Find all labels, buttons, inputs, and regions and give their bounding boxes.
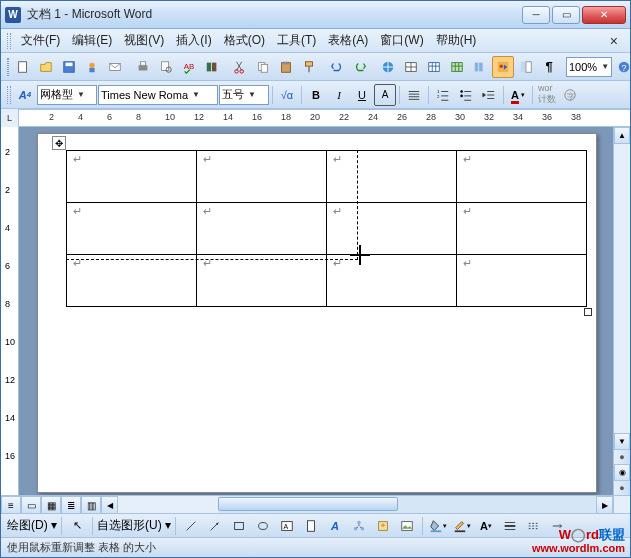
autoshapes-menu[interactable]: 自选图形(U) ▾ [97,517,171,534]
new-doc-button[interactable] [12,56,34,78]
browse-next-button[interactable]: ● [614,481,630,495]
italic-button[interactable]: I [328,84,350,106]
page[interactable]: ✥ ↵↵↵↵ ↵↵↵↵ ↵↵↵↵ [37,133,597,493]
menu-grip[interactable] [7,33,11,49]
wordart-button[interactable]: A [324,515,346,537]
oval-button[interactable] [252,515,274,537]
toolbar-grip-2[interactable] [7,86,11,104]
numbering-button[interactable]: 12 [432,84,454,106]
table-cell[interactable]: ↵ [327,203,457,255]
doc-map-button[interactable] [515,56,537,78]
cut-button[interactable] [229,56,251,78]
table-cell[interactable]: ↵ [457,203,587,255]
save-button[interactable] [58,56,80,78]
table-cell[interactable]: ↵ [327,255,457,307]
browse-prev-button[interactable]: ● [614,450,630,464]
menu-view[interactable]: 视图(V) [118,30,170,51]
draw-menu[interactable]: 绘图(D) ▾ [7,517,57,534]
picture-button[interactable] [396,515,418,537]
drawing-button[interactable] [492,56,514,78]
help-button[interactable]: ? [613,56,631,78]
hscroll-left-button[interactable]: ◀ [101,496,118,514]
enclose-char-button[interactable]: 字 [559,84,581,106]
menu-insert[interactable]: 插入(I) [170,30,217,51]
format-painter-button[interactable] [298,56,320,78]
menu-window[interactable]: 窗口(W) [374,30,429,51]
menu-help[interactable]: 帮助(H) [430,30,483,51]
align-distributed-button[interactable] [403,84,425,106]
redo-button[interactable] [349,56,371,78]
underline-button[interactable]: U [351,84,373,106]
print-preview-button[interactable] [155,56,177,78]
table-cell[interactable]: ↵ [457,151,587,203]
line-button[interactable] [180,515,202,537]
spellcheck-button[interactable]: AB [178,56,200,78]
document-pane[interactable]: ✥ ↵↵↵↵ ↵↵↵↵ ↵↵↵↵ [19,127,613,495]
outline-view-button[interactable]: ≣ [61,496,81,514]
columns-button[interactable] [469,56,491,78]
maximize-button[interactable]: ▭ [552,6,580,24]
insert-table-button[interactable] [423,56,445,78]
table-move-handle[interactable]: ✥ [52,136,66,150]
scroll-up-button[interactable]: ▲ [614,127,630,144]
fill-color-button[interactable]: ▾ [427,515,449,537]
zoom-combo[interactable]: 100%▼ [566,57,612,77]
vtextbox-button[interactable] [300,515,322,537]
table-cell[interactable]: ↵ [197,203,327,255]
vertical-scrollbar[interactable]: ▲ ▼ ● ◉ ● [613,127,630,495]
web-view-button[interactable]: ▭ [21,496,41,514]
menu-edit[interactable]: 编辑(E) [66,30,118,51]
line-style-button[interactable] [499,515,521,537]
hscroll-thumb[interactable] [218,497,398,511]
menu-format[interactable]: 格式(O) [218,30,271,51]
open-button[interactable] [35,56,57,78]
minimize-button[interactable]: ─ [522,6,550,24]
doc-close-button[interactable]: × [604,33,624,49]
menu-file[interactable]: 文件(F) [15,30,66,51]
font-combo[interactable]: Times New Roma▼ [98,85,218,105]
menu-tools[interactable]: 工具(T) [271,30,322,51]
word-count-button[interactable]: wor计数 [536,84,558,106]
bullets-button[interactable] [455,84,477,106]
table-cell[interactable]: ↵ [457,255,587,307]
font-color-button[interactable]: A▾ [507,84,529,106]
horizontal-ruler[interactable]: L /*ticks rendered below by binder*/ 246… [1,109,630,127]
show-marks-button[interactable]: ¶ [538,56,560,78]
table-cell[interactable]: ↵ [67,151,197,203]
table-cell[interactable]: ↵ [67,203,197,255]
permission-button[interactable] [81,56,103,78]
table-resize-handle[interactable] [584,308,592,316]
document-table[interactable]: ↵↵↵↵ ↵↵↵↵ ↵↵↵↵ [66,150,587,307]
table-cell[interactable]: ↵ [197,151,327,203]
scroll-track[interactable] [614,144,630,433]
email-button[interactable] [104,56,126,78]
close-button[interactable]: ✕ [582,6,626,24]
copy-button[interactable] [252,56,274,78]
hscroll-right-button[interactable]: ▶ [596,496,613,514]
clipart-button[interactable] [372,515,394,537]
rectangle-button[interactable] [228,515,250,537]
menu-table[interactable]: 表格(A) [322,30,374,51]
scroll-down-button[interactable]: ▼ [614,433,630,450]
research-button[interactable] [201,56,223,78]
char-border-button[interactable]: A [374,84,396,106]
table-cell[interactable]: ↵ [327,151,457,203]
vertical-ruler[interactable]: 2246810121416 [1,127,19,495]
indent-button[interactable] [478,84,500,106]
table-cell[interactable]: ↵ [67,255,197,307]
hyperlink-button[interactable] [377,56,399,78]
textbox-button[interactable]: A [276,515,298,537]
insert-worksheet-button[interactable] [446,56,468,78]
diagram-button[interactable] [348,515,370,537]
print-button[interactable] [132,56,154,78]
bold-button[interactable]: B [305,84,327,106]
normal-view-button[interactable]: ≡ [1,496,21,514]
table-cell[interactable]: ↵ [197,255,327,307]
reading-view-button[interactable]: ▥ [81,496,101,514]
print-view-button[interactable]: ▦ [41,496,61,514]
browse-select-button[interactable]: ◉ [614,464,630,481]
line-color-button[interactable]: ▾ [451,515,473,537]
toolbar-grip[interactable] [7,58,9,76]
hscroll-track[interactable] [218,496,596,513]
select-objects-button[interactable]: ↖ [66,515,88,537]
